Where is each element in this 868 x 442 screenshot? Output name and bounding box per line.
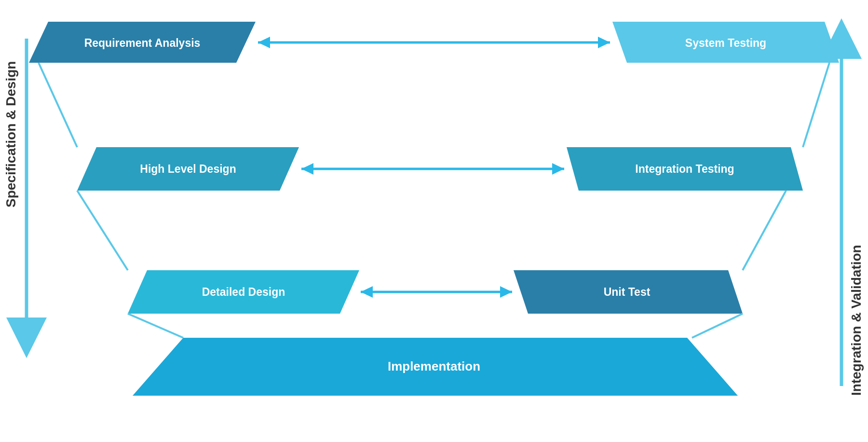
detailed-design-label: Detailed Design [202,286,285,298]
svg-marker-7 [361,286,373,298]
implementation-label: Implementation [388,359,480,373]
svg-marker-5 [552,163,564,175]
integration-validation-label: Integration & Validation [849,245,864,396]
svg-marker-1 [258,37,270,48]
svg-line-17 [743,191,786,270]
spec-design-label: Specification & Design [3,61,18,207]
system-testing-label: System Testing [685,37,766,49]
svg-marker-8 [500,286,512,298]
svg-line-18 [692,314,743,338]
svg-line-10 [77,191,128,270]
integration-testing-label: Integration Testing [635,163,734,175]
svg-line-9 [39,63,77,147]
svg-marker-2 [598,37,610,48]
unit-test-label: Unit Test [604,286,651,298]
v-model-diagram: Requirement Analysis System Testing High… [0,0,868,442]
svg-line-11 [128,314,183,338]
high-level-design-label: High Level Design [140,163,236,175]
svg-marker-4 [301,163,313,175]
svg-line-16 [803,63,829,147]
requirement-analysis-label: Requirement Analysis [84,37,201,49]
